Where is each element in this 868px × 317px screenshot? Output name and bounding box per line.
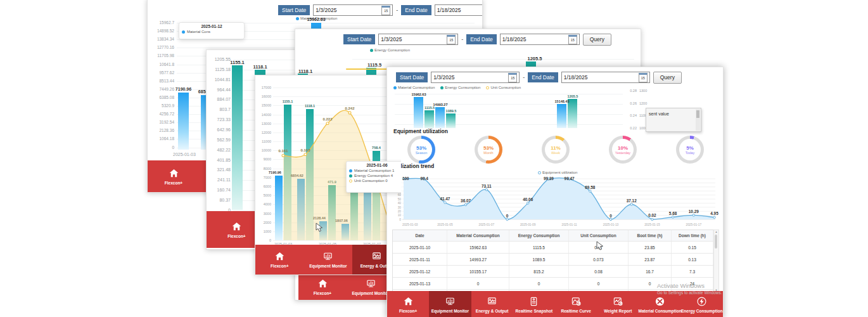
nav-item-flexcon[interactable]: Flexcon+ xyxy=(298,273,347,300)
y-tick: 642.96 xyxy=(208,127,231,132)
query-button[interactable]: Query xyxy=(653,72,682,84)
table-cell: 23.87 xyxy=(629,254,672,265)
start-date-value: 1/3/2025 xyxy=(433,74,454,81)
start-date-input[interactable]: 1/3/2025 15 xyxy=(378,34,458,45)
bolt-icon xyxy=(696,296,707,307)
end-date-input[interactable]: 1/18/2025 15 xyxy=(435,4,483,16)
svg-text:2025-01-05: 2025-01-05 xyxy=(437,223,453,226)
table-cell: 0.13 xyxy=(672,254,713,265)
svg-text:10.29: 10.29 xyxy=(689,209,699,214)
start-date-input[interactable]: 1/3/2025 15 xyxy=(431,72,520,83)
legend-dot xyxy=(370,49,373,52)
end-date-input[interactable]: 1/18/2025 15 xyxy=(561,72,650,83)
svg-text:2025-01-09: 2025-01-09 xyxy=(520,223,536,226)
y-tick: 15000 xyxy=(255,103,271,107)
nav-item-label: Weight Report xyxy=(604,309,632,313)
utilization-trend-chart: 010203040506070809010010099.441.4736.077… xyxy=(392,175,719,231)
start-date-label: Start Date xyxy=(396,72,428,82)
nav-item-label: Realtime Curve xyxy=(561,309,590,313)
date-separator: - xyxy=(396,7,398,13)
y-tick: 5000 xyxy=(255,193,271,197)
y-tick: 6385.08 xyxy=(149,95,174,100)
tooltip-row: Material Cons xyxy=(187,30,210,34)
svg-text:20: 20 xyxy=(398,210,402,213)
calendar-icon[interactable]: 15 xyxy=(639,73,648,82)
nav-item-flexcon[interactable]: Flexcon+ xyxy=(148,160,200,192)
bar-value-label: 1089.5 xyxy=(438,109,464,113)
date-filter-bar: Start Date 1/3/2025 15 - End Date 1/18/2… xyxy=(396,70,682,84)
table-cell: 16.7 xyxy=(629,266,672,277)
chart-legend: Energy Consumption xyxy=(370,48,410,52)
calendar-icon[interactable]: 15 xyxy=(381,6,390,15)
svg-text:99.4: 99.4 xyxy=(420,176,428,181)
y-tick: 12000 xyxy=(255,131,271,134)
end-date-input[interactable]: 1/18/2025 15 xyxy=(500,34,580,45)
y-tick: 2128.36 xyxy=(149,128,174,133)
nav-item-realtime-snapshot[interactable]: Realtime Snapshot xyxy=(513,291,555,317)
y-tick: 5320.9 xyxy=(149,103,174,108)
y-tick: 3000 xyxy=(255,212,271,216)
bar-value-label: 15962.63 xyxy=(405,93,433,96)
present-value-dropdown[interactable]: sent value xyxy=(646,108,701,132)
y-tick: 964.44 xyxy=(208,87,231,92)
svg-text:10: 10 xyxy=(398,214,402,217)
bar-value-label: 1205.5 xyxy=(560,94,585,98)
calendar-icon[interactable]: 15 xyxy=(568,35,577,44)
svg-text:0: 0 xyxy=(610,214,612,218)
right-axis-unit-tick: 0.26 xyxy=(624,101,637,105)
y-tick: 562.59 xyxy=(208,138,231,142)
calendar-icon[interactable]: 15 xyxy=(508,73,517,82)
table-row[interactable]: 2025-01-1114993.271089.50.07323.870.13 xyxy=(393,254,713,266)
start-date-input[interactable]: 1/3/2025 15 xyxy=(313,4,393,16)
bottom-nav: Flexcon+Equipment MonitorEnergy & Output xyxy=(255,245,401,275)
dropdown-option[interactable]: sent value xyxy=(646,108,701,119)
donut-week: 11%Week xyxy=(542,136,570,164)
legend-dot xyxy=(440,86,444,89)
monitor-icon xyxy=(322,251,333,262)
legend-dot xyxy=(296,17,299,20)
nav-item-label: Flexcon+ xyxy=(271,264,288,268)
end-date-label: End Date xyxy=(466,34,496,44)
start-date-label: Start Date xyxy=(343,34,375,44)
legend-ring xyxy=(486,86,489,89)
nav-item-equipment-monitor[interactable]: Equipment Monitor xyxy=(429,291,471,317)
nav-item-realtime-curve[interactable]: Realtime Curve xyxy=(555,291,597,317)
nav-item-label: Equipment Monitor xyxy=(309,264,347,268)
right-axis-unit-tick: 0.22 xyxy=(624,126,637,130)
table-row[interactable]: 2025-01-1015962.631115.50.0723.850.15 xyxy=(393,242,713,254)
column-header-material-consumption: Material Consumption xyxy=(447,230,509,241)
y-tick: 0 xyxy=(149,145,174,150)
legend-dot xyxy=(349,174,352,178)
svg-text:60: 60 xyxy=(398,193,402,197)
tooltip-date: 2025-01-12 xyxy=(179,23,244,29)
energy-bar xyxy=(424,110,434,128)
nav-item-energy-output[interactable]: Energy & Output xyxy=(471,291,513,317)
right-axis-unit-tick: 0.28 xyxy=(624,89,637,93)
table-row[interactable]: 2025-01-1210155.17815.20.0816.77.3 xyxy=(393,266,713,278)
svg-text:40.06: 40.06 xyxy=(523,197,533,202)
svg-text:2025-01-13: 2025-01-13 xyxy=(603,223,619,226)
pulse-icon xyxy=(371,251,382,262)
table-header-row: DateMaterial ConsumptionEnergy Consumpti… xyxy=(393,230,713,242)
calendar-icon[interactable]: 15 xyxy=(447,35,456,44)
donut-today: 5%Today xyxy=(676,136,704,164)
date-filter-bar: Start Date 1/3/2025 15 - End Date 1/18/2… xyxy=(278,3,483,17)
nav-item-flexcon[interactable]: Flexcon+ xyxy=(255,245,304,275)
nav-item-weight-report[interactable]: Weight Report xyxy=(597,291,639,317)
y-tick: 2000 xyxy=(255,221,271,224)
y-tick: 11000 xyxy=(255,139,271,143)
y-tick: 14898.52 xyxy=(149,29,174,33)
legend-label: Material Consumption xyxy=(398,86,435,89)
y-tick: 16000 xyxy=(255,94,271,98)
svg-text:69.58: 69.58 xyxy=(585,185,595,190)
query-button[interactable]: Query xyxy=(583,34,611,46)
table-cell: 0 xyxy=(569,278,629,289)
tooltip-date: 2025-01-06 xyxy=(347,162,402,168)
monitor-icon xyxy=(445,296,456,307)
nav-item-flexcon[interactable]: Flexcon+ xyxy=(387,291,429,317)
material-bar xyxy=(557,104,566,128)
nav-item-equipment-monitor[interactable]: Equipment Monitor xyxy=(304,245,353,275)
window-combo-chart: 1700016000150001400013000120001100010000… xyxy=(255,75,402,275)
y-tick: 15962.7 xyxy=(149,20,174,25)
dropdown-scrollbar[interactable] xyxy=(696,109,700,131)
